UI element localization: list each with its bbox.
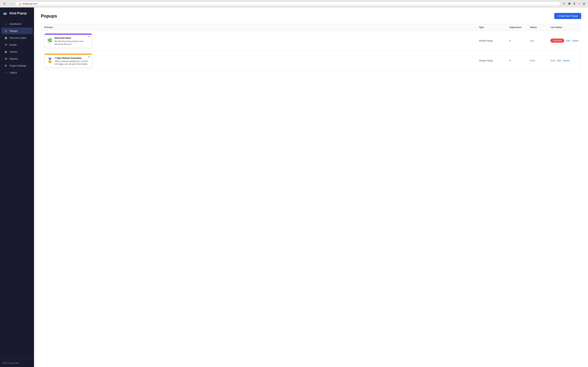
page-header: Popups Create New Popup — [41, 13, 581, 19]
popup-close-icon-2[interactable]: ✕ — [88, 55, 90, 58]
refresh-button[interactable]: ↻ — [562, 2, 566, 6]
status-cell-2: Draft — [530, 59, 550, 62]
sidebar-item-discount-codes[interactable]: ▦ Discount Codes — [1, 34, 33, 41]
sidebar-item-emails[interactable]: ✉ Emails — [1, 42, 33, 48]
sidebar-item-project-settings[interactable]: ⚙ Project Settings — [1, 62, 33, 69]
browser-chrome: ⊟ ‹ › 🔒 kindpopup.com ↻ ⏺ ⬆ ＋ ⊞ — [0, 0, 588, 8]
main-content: Popups Create New Popup Preview Type Imp… — [34, 8, 588, 367]
col-header-preview: Preview — [44, 26, 479, 29]
leaf-icon: 🌿 — [47, 37, 52, 44]
popups-table: Preview Type Impression Status Live Stat… — [41, 24, 581, 71]
sidebar-item-dashboard[interactable]: ⌂ Dashboard — [1, 21, 33, 27]
workspace-name: Kind Popup Test — [3, 362, 19, 364]
back-button[interactable]: ‹ — [8, 2, 10, 6]
settings-icon: ⚙ — [4, 64, 8, 67]
popup-close-icon-1[interactable]: ✕ — [88, 35, 90, 38]
app-logo: 🐟 Kind Popup — [0, 8, 34, 19]
sidebar-item-visitors[interactable]: ◉ Visitors — [1, 49, 33, 55]
address-bar[interactable]: 🔒 kindpopup.com — [16, 1, 560, 6]
logout-icon: → — [4, 71, 8, 74]
type-cell-1: Simple Popup — [479, 39, 510, 42]
popup-text-1: Subscribe Now! We will share best produc… — [54, 37, 89, 46]
share-icon[interactable]: ⬆ — [573, 2, 576, 6]
forward-button[interactable]: › — [11, 2, 13, 6]
download-icon[interactable]: ⏺ — [568, 2, 571, 5]
popup-title-2: 7 Days Refund Guarantee — [55, 57, 89, 59]
sidebar-label-discount-codes: Discount Codes — [9, 36, 26, 39]
sidebar-label-project-settings: Project Settings — [9, 64, 26, 67]
table-row: 🏅 7 Days Refund Guarantee 100% customer … — [41, 51, 581, 71]
table-row: 🌿 Subscribe Now! We will share best prod… — [41, 31, 581, 51]
sidebar-label-popups: Popups — [9, 30, 17, 32]
popup-desc-1: We will share best products and discount… — [54, 40, 89, 46]
impression-cell-2: 0 — [510, 59, 530, 62]
browser-action-buttons: ⏺ ⬆ ＋ ⊞ — [568, 2, 585, 6]
sidebar: 🐟 Kind Popup ⌂ Dashboard ◻ Popups ▦ Disc… — [0, 8, 34, 367]
unpublish-button[interactable]: Unpublish — [550, 39, 564, 43]
sidebar-label-dashboard: Dashboard — [9, 23, 21, 25]
status-cell-1: Live — [530, 39, 550, 42]
popup-body-2: 🏅 7 Days Refund Guarantee 100% customer … — [44, 55, 92, 68]
table-header: Preview Type Impression Status Live Stat… — [41, 24, 581, 31]
sidebar-label-reports: Reports — [9, 58, 18, 60]
sidebar-item-logout[interactable]: → Logout — [1, 69, 33, 76]
col-header-type: Type — [479, 26, 510, 29]
visitors-icon: ◉ — [4, 50, 8, 53]
popup-body-1: 🌿 Subscribe Now! We will share best prod… — [44, 35, 92, 48]
impression-cell-1: 0 — [510, 39, 530, 42]
sidebar-label-emails: Emails — [9, 43, 17, 46]
popup-desc-2: 100% customer satisfaction! If you're no… — [55, 60, 89, 66]
col-header-live-status: Live Status — [550, 26, 578, 29]
new-tab-icon[interactable]: ＋ — [578, 2, 581, 6]
email-icon: ✉ — [4, 43, 8, 46]
popup-icon: ◻ — [4, 29, 8, 33]
sidebar-label-visitors: Visitors — [9, 50, 17, 53]
popup-text-2: 7 Days Refund Guarantee 100% customer sa… — [55, 57, 89, 66]
url-text: kindpopup.com — [22, 2, 37, 5]
reports-icon: ⊞ — [4, 57, 8, 60]
medal-icon: 🏅 — [47, 57, 53, 64]
sidebar-footer: Kind Popup Test — [0, 359, 34, 367]
page-title: Popups — [41, 13, 57, 19]
edit-button-1[interactable]: Edit — [566, 39, 570, 42]
app-name: Kind Popup — [9, 12, 27, 15]
live-status-cell-1: Unpublish Edit Delete — [550, 39, 578, 43]
delete-button-1[interactable]: Delete — [572, 39, 579, 42]
popup-title-1: Subscribe Now! — [54, 37, 89, 39]
preview-cell-2: 🏅 7 Days Refund Guarantee 100% customer … — [44, 53, 479, 68]
draft-badge: Draft — [550, 59, 555, 62]
preview-cell-1: 🌿 Subscribe Now! We will share best prod… — [44, 33, 479, 48]
app-container: 🐟 Kind Popup ⌂ Dashboard ◻ Popups ▦ Disc… — [0, 8, 588, 367]
sidebar-nav: ⌂ Dashboard ◻ Popups ▦ Discount Codes ✉ … — [0, 19, 34, 359]
sidebar-label-logout: Logout — [9, 71, 17, 74]
sidebar-item-popups[interactable]: ◻ Popups — [1, 27, 33, 34]
discount-icon: ▦ — [4, 36, 8, 39]
logo-icon: 🐟 — [3, 11, 8, 16]
popup-preview-1: 🌿 Subscribe Now! We will share best prod… — [44, 33, 92, 48]
edit-button-2[interactable]: Edit — [557, 59, 561, 62]
sidebar-item-reports[interactable]: ⊞ Reports — [1, 55, 33, 62]
home-icon: ⌂ — [4, 22, 8, 25]
col-header-impression: Impression — [510, 26, 530, 29]
live-status-cell-2: Draft Edit Delete — [550, 59, 578, 62]
lock-icon: 🔒 — [18, 2, 21, 5]
create-popup-button[interactable]: Create New Popup — [554, 13, 581, 19]
delete-button-2[interactable]: Delete — [563, 59, 570, 62]
type-cell-2: Simple Popup — [479, 59, 510, 62]
col-header-status: Status — [530, 26, 550, 29]
popup-preview-2: 🏅 7 Days Refund Guarantee 100% customer … — [44, 53, 92, 68]
browser-nav-controls: ⊟ ‹ › — [3, 2, 14, 6]
sidebar-toggle-button[interactable]: ⊟ — [3, 2, 6, 6]
grid-icon[interactable]: ⊞ — [583, 2, 585, 6]
